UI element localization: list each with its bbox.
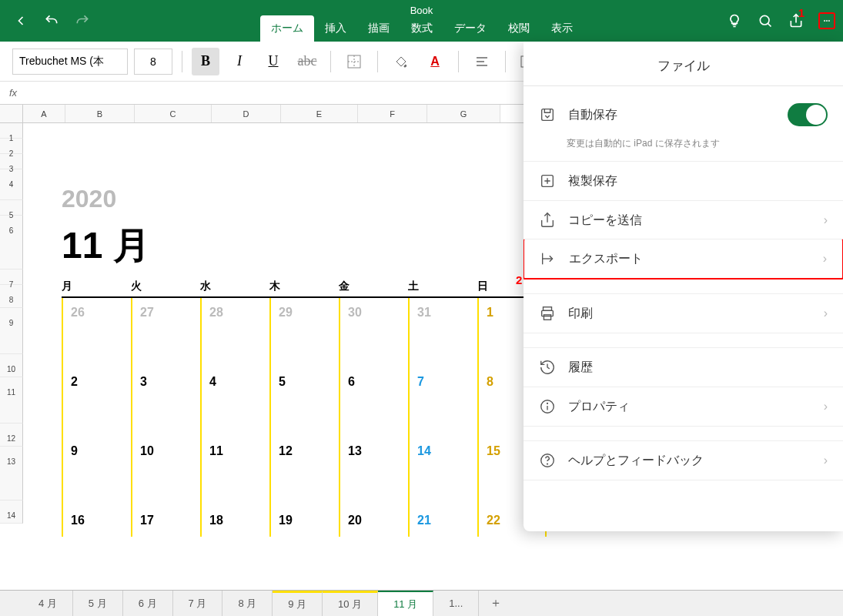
svg-point-5 bbox=[828, 20, 829, 21]
sheet-tab-active[interactable]: 11 月 bbox=[378, 591, 433, 616]
lightbulb-icon[interactable] bbox=[726, 12, 743, 29]
day-cell[interactable]: 3 bbox=[131, 367, 200, 437]
day-cell[interactable]: 11 bbox=[200, 437, 269, 506]
italic-button[interactable]: I bbox=[226, 48, 253, 75]
row-header[interactable]: 11 bbox=[0, 377, 23, 424]
row-header[interactable]: 14 bbox=[0, 500, 23, 524]
add-sheet-button[interactable]: ＋ bbox=[479, 591, 513, 616]
export-button[interactable]: エクスポート › bbox=[524, 239, 843, 280]
day-cell[interactable]: 14 bbox=[408, 437, 477, 506]
row-header[interactable]: 6 bbox=[0, 216, 23, 270]
autosave-icon bbox=[539, 106, 556, 123]
send-copy-button[interactable]: コピーを送信 › bbox=[524, 200, 843, 239]
svg-rect-14 bbox=[542, 109, 554, 121]
day-cell[interactable]: 31 bbox=[408, 298, 477, 367]
duplicate-save-button[interactable]: 複製保存 bbox=[524, 162, 843, 200]
row-header[interactable]: 10 bbox=[0, 354, 23, 377]
day-cell[interactable]: 12 bbox=[269, 437, 339, 506]
day-cell[interactable]: 9 bbox=[62, 437, 131, 506]
col-header[interactable]: A bbox=[23, 105, 65, 122]
day-cell[interactable]: 5 bbox=[269, 367, 339, 437]
col-header[interactable]: G bbox=[427, 105, 500, 122]
autosave-toggle-row[interactable]: 自動保存 bbox=[524, 92, 843, 137]
sheet-tab[interactable]: 4 月 bbox=[23, 591, 73, 616]
sheet-tabs-bar: 4 月 5 月 6 月 7 月 8 月 9 月 10 月 11 月 1... ＋ bbox=[0, 590, 843, 616]
export-icon bbox=[540, 250, 557, 267]
sheet-tab[interactable]: 10 月 bbox=[323, 591, 378, 616]
back-button[interactable] bbox=[12, 12, 29, 29]
fill-color-button[interactable] bbox=[387, 48, 415, 75]
font-size-select[interactable]: 8 bbox=[134, 49, 172, 75]
tab-formulas[interactable]: 数式 bbox=[400, 15, 443, 42]
row-header[interactable]: 8 bbox=[0, 285, 23, 308]
send-icon bbox=[539, 212, 556, 229]
col-header[interactable]: E bbox=[281, 105, 358, 122]
col-header[interactable]: D bbox=[212, 105, 281, 122]
day-cell[interactable]: 18 bbox=[200, 506, 269, 537]
dow-thu: 木 bbox=[269, 280, 339, 298]
tab-review[interactable]: 校閲 bbox=[497, 15, 540, 42]
tab-draw[interactable]: 描画 bbox=[357, 15, 400, 42]
properties-button[interactable]: プロパティ › bbox=[524, 387, 843, 426]
day-cell[interactable]: 16 bbox=[62, 506, 131, 537]
sheet-tab[interactable]: 6 月 bbox=[123, 591, 173, 616]
day-cell[interactable]: 20 bbox=[339, 506, 408, 537]
day-cell[interactable]: 2 bbox=[62, 367, 131, 437]
print-button[interactable]: 印刷 › bbox=[524, 294, 843, 333]
col-header[interactable]: B bbox=[65, 105, 135, 122]
tab-home[interactable]: ホーム bbox=[260, 15, 314, 42]
autosave-toggle[interactable] bbox=[788, 103, 828, 126]
font-color-button[interactable]: A bbox=[421, 48, 449, 75]
help-feedback-button[interactable]: ヘルプとフィードバック › bbox=[524, 441, 843, 480]
dow-sat: 土 bbox=[408, 280, 477, 298]
row-header[interactable]: 1 bbox=[0, 123, 23, 139]
row-header[interactable]: 13 bbox=[0, 447, 23, 500]
row-header[interactable]: 3 bbox=[0, 154, 23, 169]
strikethrough-button[interactable]: abc bbox=[293, 48, 321, 75]
undo-button[interactable] bbox=[43, 12, 60, 29]
day-cell[interactable]: 7 bbox=[408, 367, 477, 437]
row-headers: 1 2 3 4 5 6 7 8 9 10 11 12 13 14 bbox=[0, 123, 23, 524]
tab-data[interactable]: データ bbox=[443, 15, 497, 42]
row-header[interactable]: 4 bbox=[0, 169, 23, 200]
align-button[interactable] bbox=[468, 48, 496, 75]
sheet-tab[interactable]: 1... bbox=[433, 591, 479, 616]
tab-insert[interactable]: 挿入 bbox=[314, 15, 357, 42]
svg-point-3 bbox=[824, 20, 825, 21]
row-header[interactable]: 2 bbox=[0, 139, 23, 154]
day-cell[interactable]: 10 bbox=[131, 437, 200, 506]
duplicate-icon bbox=[539, 172, 556, 189]
col-header[interactable]: C bbox=[135, 105, 212, 122]
day-cell[interactable]: 30 bbox=[339, 298, 408, 367]
sheet-tab[interactable]: 9 月 bbox=[273, 591, 323, 616]
row-header[interactable]: 7 bbox=[0, 270, 23, 285]
day-cell[interactable]: 29 bbox=[269, 298, 339, 367]
row-header[interactable]: 9 bbox=[0, 308, 23, 354]
row-header[interactable]: 5 bbox=[0, 200, 23, 216]
file-panel: ファイル 自動保存 変更は自動的に iPad に保存されます 複製保存 コピーを… bbox=[524, 42, 843, 531]
sheet-tab[interactable]: 5 月 bbox=[73, 591, 123, 616]
day-cell[interactable]: 21 bbox=[408, 506, 477, 537]
redo-button[interactable] bbox=[74, 12, 91, 29]
day-cell[interactable]: 4 bbox=[200, 367, 269, 437]
history-button[interactable]: 履歴 bbox=[524, 348, 843, 387]
day-cell[interactable]: 17 bbox=[131, 506, 200, 537]
borders-button[interactable] bbox=[340, 48, 368, 75]
day-cell[interactable]: 13 bbox=[339, 437, 408, 506]
day-cell[interactable]: 28 bbox=[200, 298, 269, 367]
day-cell[interactable]: 27 bbox=[131, 298, 200, 367]
select-all-corner[interactable] bbox=[0, 105, 23, 122]
search-icon[interactable] bbox=[757, 12, 774, 29]
col-header[interactable]: F bbox=[358, 105, 427, 122]
bold-button[interactable]: B bbox=[192, 48, 219, 75]
day-cell[interactable]: 6 bbox=[339, 367, 408, 437]
font-name-select[interactable]: Trebuchet MS (本 bbox=[12, 49, 128, 75]
sheet-tab[interactable]: 7 月 bbox=[173, 591, 223, 616]
tab-view[interactable]: 表示 bbox=[540, 15, 584, 42]
day-cell[interactable]: 19 bbox=[269, 506, 339, 537]
sheet-tab[interactable]: 8 月 bbox=[222, 591, 273, 616]
underline-button[interactable]: U bbox=[259, 48, 287, 75]
more-button[interactable] bbox=[818, 12, 835, 29]
day-cell[interactable]: 26 bbox=[62, 298, 131, 367]
row-header[interactable]: 12 bbox=[0, 424, 23, 447]
